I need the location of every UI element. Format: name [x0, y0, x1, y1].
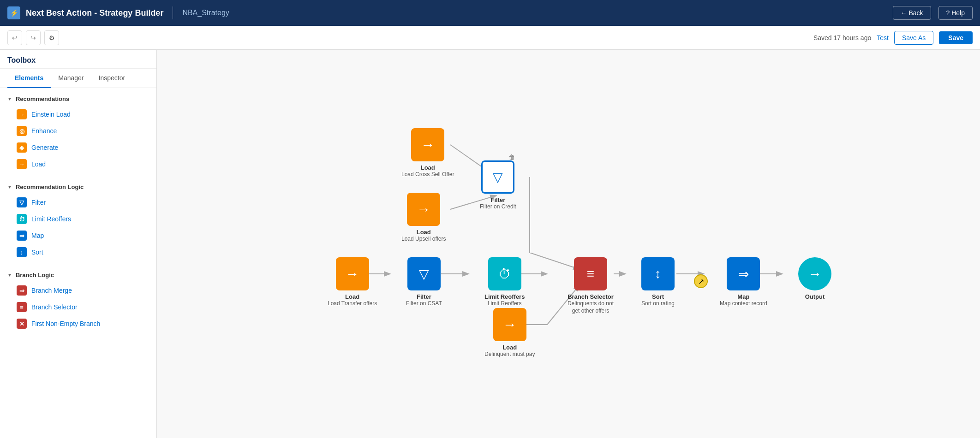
sidebar-item-label: Map	[31, 232, 44, 239]
node-load-transfer[interactable]: → Load Load Transfer offers	[328, 257, 377, 308]
cursor-indicator: ↗	[694, 274, 708, 288]
connector-filter-to-branch	[530, 177, 580, 269]
sidebar-item-branch-selector[interactable]: ≡ Branch Selector	[0, 299, 156, 315]
section-branch-logic-header[interactable]: ▼ Branch Logic	[0, 268, 156, 282]
node-limit-reoffers[interactable]: ⏱ Limit Reoffers Limit Reoffers	[484, 257, 525, 308]
toolbar-right: Saved 17 hours ago Test Save As Save	[813, 31, 973, 45]
node-sublabel-load-upsell: Load Upsell offers	[401, 236, 446, 243]
section-recommendation-logic-header[interactable]: ▼ Recommendation Logic	[0, 180, 156, 194]
sort-icon: ↕	[17, 247, 27, 257]
map-double-arrow-icon: ⇒	[738, 266, 749, 282]
node-map[interactable]: ⇒ Map Map context record	[720, 257, 767, 308]
test-button[interactable]: Test	[877, 34, 889, 41]
node-label-output: Output	[805, 293, 825, 300]
node-sublabel-branch-selector: Delinquents do not get other offers	[563, 300, 618, 314]
node-filter-csat[interactable]: ▽ Filter Filter on CSAT	[406, 257, 442, 308]
node-box-sort: ↕	[641, 257, 675, 290]
node-box-branch-selector: ≡	[574, 257, 607, 290]
tab-manager[interactable]: Manager	[51, 69, 91, 88]
node-box-output: →	[798, 257, 831, 290]
strategy-name: NBA_Strategy	[182, 9, 229, 17]
sidebar-item-einstein-load[interactable]: → Einstein Load	[0, 106, 156, 123]
enhance-icon: ◎	[17, 126, 27, 136]
sidebar-item-map[interactable]: ⇒ Map	[0, 227, 156, 244]
help-button[interactable]: ? Help	[938, 6, 973, 20]
section-recommendations-header[interactable]: ▼ Recommendations	[0, 92, 156, 106]
save-button[interactable]: Save	[939, 31, 973, 44]
sidebar-item-load[interactable]: → Load	[0, 156, 156, 172]
node-label-load-cross-sell: Load	[421, 164, 435, 171]
saved-status: Saved 17 hours ago	[813, 34, 871, 41]
sidebar-item-generate[interactable]: ◈ Generate	[0, 139, 156, 156]
node-branch-selector[interactable]: ≡ Branch Selector Delinquents do not get…	[563, 257, 618, 314]
sidebar-item-first-non-empty[interactable]: ✕ First Non-Empty Branch	[0, 315, 156, 332]
sidebar-item-label: Generate	[31, 144, 58, 151]
section-branch-logic-label: Branch Logic	[16, 272, 54, 278]
section-recommendation-logic-label: Recommendation Logic	[16, 183, 84, 190]
map-icon: ⇒	[17, 231, 27, 241]
node-load-delinquent[interactable]: → Load Delinquent must pay	[484, 308, 535, 358]
branch-merge-icon: ⇒	[17, 285, 27, 296]
node-box-filter-csat: ▽	[407, 257, 441, 290]
sidebar-item-label: Einstein Load	[31, 111, 71, 118]
node-sublabel-load-transfer: Load Transfer offers	[328, 300, 377, 308]
node-filter-credit[interactable]: ▽ 🗑 Filter Filter on Credit	[480, 160, 516, 211]
generate-icon: ◈	[17, 142, 27, 153]
sidebar-item-enhance[interactable]: ◎ Enhance	[0, 123, 156, 139]
app-title: Next Best Action - Strategy Builder	[26, 8, 163, 18]
sidebar-item-filter[interactable]: ▽ Filter	[0, 194, 156, 211]
chevron-down-icon: ▼	[7, 272, 12, 278]
save-as-button[interactable]: Save As	[894, 31, 933, 45]
redo-button[interactable]: ↪	[26, 30, 41, 45]
output-arrow-icon: →	[808, 266, 822, 282]
tab-elements[interactable]: Elements	[7, 69, 51, 88]
sidebar-item-label: Limit Reoffers	[31, 215, 71, 223]
node-label-sort: Sort	[652, 293, 664, 300]
node-label-load-upsell: Load	[417, 229, 431, 236]
chevron-down-icon: ▼	[7, 96, 12, 101]
node-box-filter-credit: ▽ 🗑	[481, 160, 514, 194]
settings-button[interactable]: ⚙	[44, 30, 59, 45]
sidebar-item-label: Load	[31, 160, 46, 168]
load-icon: →	[17, 159, 27, 169]
branch-selector-icon: ≡	[17, 302, 27, 312]
sidebar-item-sort[interactable]: ↕ Sort	[0, 244, 156, 260]
node-sublabel-load-cross-sell: Load Cross Sell Offer	[401, 171, 454, 178]
nav-separator	[173, 6, 173, 19]
nav-bar: ⚡ Next Best Action - Strategy Builder NB…	[0, 0, 980, 26]
node-output[interactable]: → Output	[798, 257, 831, 300]
section-recommendation-logic: ▼ Recommendation Logic ▽ Filter ⏱ Limit …	[0, 176, 156, 264]
sidebar-item-label: First Non-Empty Branch	[31, 320, 100, 327]
sidebar-item-label: Filter	[31, 199, 46, 206]
undo-button[interactable]: ↩	[7, 30, 22, 45]
node-box-limit-reoffers: ⏱	[488, 257, 521, 290]
node-label-load-transfer: Load	[345, 293, 359, 300]
filter-credit-icon: ▽	[493, 170, 503, 185]
toolbox-title: Toolbox	[0, 50, 156, 69]
node-load-upsell[interactable]: → Load Load Upsell offers	[401, 193, 446, 243]
sidebar-tabs: Elements Manager Inspector	[0, 69, 156, 88]
load-upsell-arrow-icon: →	[417, 201, 430, 217]
sidebar-item-branch-merge[interactable]: ⇒ Branch Merge	[0, 282, 156, 299]
node-label-limit-reoffers: Limit Reoffers	[484, 293, 525, 300]
limit-reoffers-clock-icon: ⏱	[498, 266, 511, 282]
node-box-load-transfer: →	[336, 257, 369, 290]
einstein-load-icon: →	[17, 109, 27, 119]
canvas[interactable]: → Load Load Cross Sell Offer → Load Load…	[157, 50, 980, 438]
tab-inspector[interactable]: Inspector	[91, 69, 133, 88]
node-sublabel-filter-credit: Filter on Credit	[480, 203, 516, 211]
trash-icon[interactable]: 🗑	[508, 154, 515, 161]
node-sort[interactable]: ↕ Sort Sort on rating	[641, 257, 675, 308]
node-label-filter-credit: Filter	[490, 196, 505, 203]
sidebar-item-limit-reoffers[interactable]: ⏱ Limit Reoffers	[0, 211, 156, 227]
connectors-svg	[157, 50, 980, 438]
nav-right: ← Back ? Help	[893, 6, 973, 20]
node-sublabel-sort: Sort on rating	[641, 300, 675, 308]
toolbar: ↩ ↪ ⚙ Saved 17 hours ago Test Save As Sa…	[0, 26, 980, 50]
node-box-map: ⇒	[727, 257, 760, 290]
sidebar: Toolbox Elements Manager Inspector ▼ Rec…	[0, 50, 157, 438]
back-button[interactable]: ← Back	[893, 6, 931, 20]
sidebar-item-label: Branch Selector	[31, 303, 78, 311]
node-load-cross-sell[interactable]: → Load Load Cross Sell Offer	[401, 128, 454, 178]
chevron-down-icon: ▼	[7, 184, 12, 189]
